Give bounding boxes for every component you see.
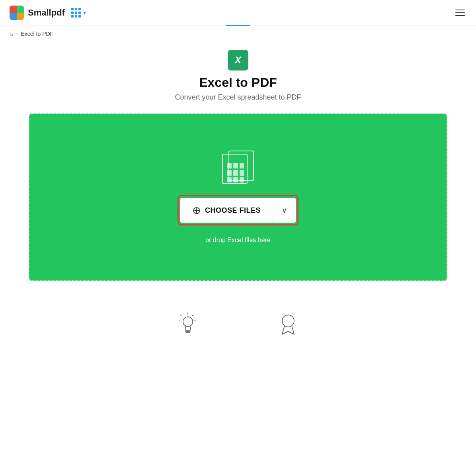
choose-files-button[interactable]: ⊕ CHOOSE FILES ∨ <box>180 198 296 223</box>
lightbulb-feature <box>178 313 198 337</box>
file-grid <box>223 158 248 188</box>
title-area: X Excel to PDF Convert your Excel spread… <box>29 50 447 102</box>
drop-hint: or drop Excel files here <box>205 237 271 244</box>
breadcrumb-home-icon[interactable]: ⌂ <box>10 31 13 37</box>
choose-files-label: CHOOSE FILES <box>205 206 261 215</box>
file-front <box>222 154 248 184</box>
choose-files-border: ⊕ CHOOSE FILES ∨ <box>178 195 298 225</box>
choose-files-dropdown[interactable]: ∨ <box>273 199 296 222</box>
choose-files-main[interactable]: ⊕ CHOOSE FILES <box>180 198 273 223</box>
chevron-down-icon: ▾ <box>83 10 86 16</box>
breadcrumb-current: Excel to PDF <box>21 31 53 37</box>
breadcrumb-separator: › <box>16 31 18 37</box>
svg-point-8 <box>282 315 294 327</box>
hamburger-button[interactable] <box>454 8 466 18</box>
apps-button[interactable]: ▾ <box>71 8 86 18</box>
award-icon <box>278 313 298 337</box>
lightbulb-icon <box>178 313 198 337</box>
grid-icon <box>71 8 81 18</box>
page-subtitle: Convert your Excel spreadsheet to PDF <box>29 93 447 102</box>
nav-indicator <box>226 25 250 26</box>
dropzone[interactable]: ⊕ CHOOSE FILES ∨ or drop Excel files her… <box>29 114 447 281</box>
page-title: Excel to PDF <box>29 75 447 90</box>
chevron-down-icon: ∨ <box>282 206 287 215</box>
breadcrumb: ⌂ › Excel to PDF <box>0 26 476 42</box>
header: Smallpdf ▾ <box>0 0 476 26</box>
excel-icon: X <box>228 50 248 70</box>
file-stack-icon <box>222 151 254 186</box>
logo-icon <box>10 6 24 20</box>
page-content: X Excel to PDF Convert your Excel spread… <box>19 42 457 360</box>
file-add-icon: ⊕ <box>192 205 201 215</box>
svg-point-0 <box>183 317 193 326</box>
bottom-section <box>29 305 447 345</box>
logo-text: Smallpdf <box>28 8 65 18</box>
header-left: Smallpdf ▾ <box>10 6 86 20</box>
svg-line-6 <box>180 315 181 316</box>
svg-line-4 <box>192 315 193 316</box>
award-feature <box>278 313 298 337</box>
grid-lines <box>227 163 244 182</box>
